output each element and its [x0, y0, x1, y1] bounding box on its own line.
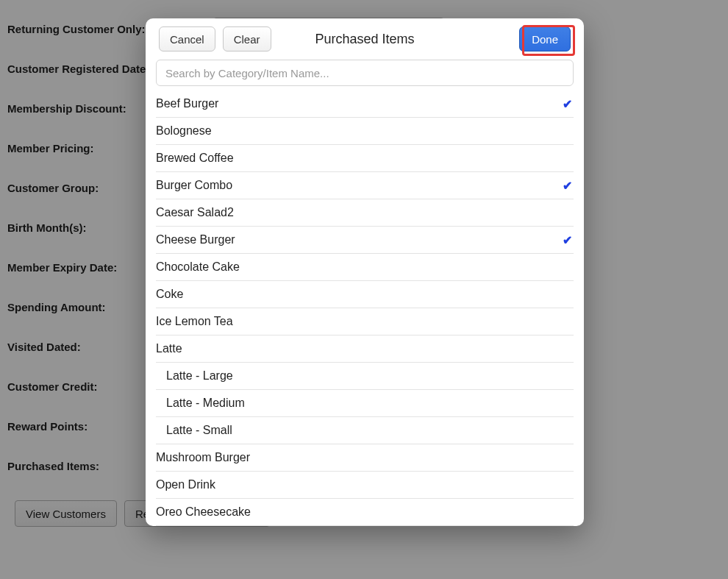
list-item[interactable]: Caesar Salad2: [156, 199, 574, 227]
list-item[interactable]: Chocolate Cake: [156, 254, 574, 281]
search-wrap: [146, 60, 584, 90]
list-item-label: Latte - Small: [166, 424, 232, 437]
check-icon: ✔: [563, 233, 572, 247]
list-item[interactable]: Mushroom Burger: [156, 444, 574, 472]
list-item[interactable]: Brewed Coffee: [156, 145, 574, 172]
list-item-label: Latte: [156, 342, 182, 355]
list-item-label: Beef Burger: [156, 97, 218, 110]
list-item-label: Open Drink: [156, 478, 215, 491]
check-icon: ✔: [563, 179, 572, 193]
list-item[interactable]: Latte - Medium: [156, 390, 574, 417]
list-item-label: Mushroom Burger: [156, 451, 250, 464]
done-button[interactable]: Done: [519, 26, 571, 51]
list-item-label: Burger Combo: [156, 179, 232, 192]
list-item[interactable]: Latte: [156, 335, 574, 363]
list-item[interactable]: Latte - Small: [156, 417, 574, 444]
item-list[interactable]: Beef Burger✔BologneseBrewed CoffeeBurger…: [146, 90, 584, 526]
list-item-label: Oreo Cheesecake: [156, 505, 251, 519]
list-item[interactable]: Coke: [156, 281, 574, 308]
check-icon: ✔: [563, 97, 572, 111]
list-item-label: Caesar Salad2: [156, 206, 234, 219]
cancel-button[interactable]: Cancel: [159, 26, 215, 51]
list-item-label: Brewed Coffee: [156, 152, 234, 165]
list-item[interactable]: Bolognese: [156, 118, 574, 145]
list-item-label: Cheese Burger: [156, 233, 235, 246]
list-item[interactable]: Beef Burger✔: [156, 90, 574, 118]
search-input[interactable]: [156, 60, 574, 86]
modal-header: Cancel Clear Purchased Items Done: [146, 18, 584, 60]
list-item-label: Ice Lemon Tea: [156, 315, 233, 328]
purchased-items-modal: Cancel Clear Purchased Items Done Beef B…: [146, 18, 584, 526]
list-item[interactable]: Cheese Burger✔: [156, 227, 574, 254]
list-item[interactable]: Open Drink: [156, 472, 574, 499]
list-item[interactable]: Burger Combo✔: [156, 172, 574, 199]
list-item-label: Coke: [156, 288, 183, 301]
list-item[interactable]: Ice Lemon Tea: [156, 308, 574, 335]
list-item-label: Latte - Large: [166, 369, 233, 383]
list-item[interactable]: Oreo Cheesecake: [156, 499, 574, 526]
list-item-label: Chocolate Cake: [156, 260, 240, 274]
clear-button[interactable]: Clear: [223, 26, 271, 51]
list-item-label: Bolognese: [156, 124, 212, 138]
list-item-label: Latte - Medium: [166, 397, 245, 410]
list-item[interactable]: Latte - Large: [156, 363, 574, 390]
